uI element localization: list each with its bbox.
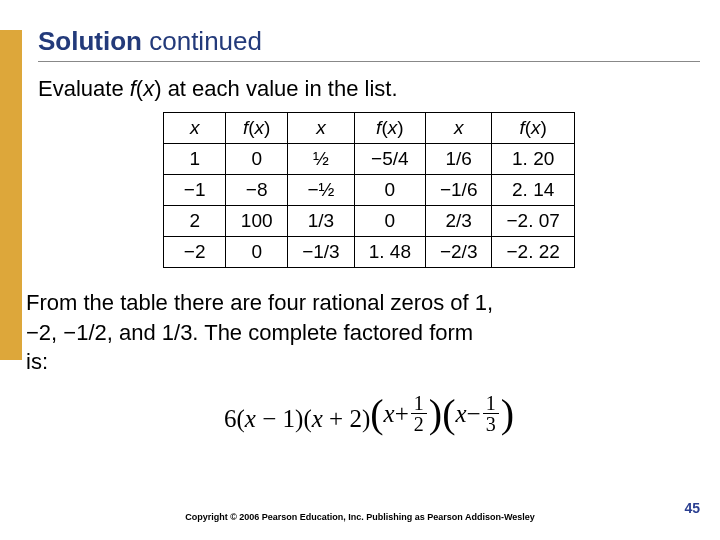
cell: −1: [164, 175, 226, 206]
formula-lead: 6: [224, 405, 237, 432]
left-accent-bar: [0, 30, 22, 360]
table-header-row: x f(x) x f(x) x f(x): [164, 113, 575, 144]
cell: −8: [226, 175, 288, 206]
table-row: −2 0 −1/3 1. 48 −2/3 −2. 22: [164, 237, 575, 268]
instruction-text: Evaluate f(x) at each value in the list.: [38, 76, 700, 102]
cell: −1/6: [425, 175, 492, 206]
cell: −1/3: [288, 237, 355, 268]
col-header: f(x): [354, 113, 425, 144]
col-header: x: [288, 113, 355, 144]
table-row: 2 100 1/3 0 2/3 −2. 07: [164, 206, 575, 237]
conclusion-text: From the table there are four rational z…: [26, 288, 700, 377]
cell: 1/3: [288, 206, 355, 237]
col-header: f(x): [492, 113, 574, 144]
formula-g1: (x − 1): [237, 405, 304, 432]
cell: −2. 07: [492, 206, 574, 237]
conc-l1: From the table there are four rational z…: [26, 290, 493, 315]
col-header: x: [164, 113, 226, 144]
factored-form-formula: 6(x − 1)(x + 2)(x + 12)(x − 13): [38, 393, 700, 434]
slide-title: Solution continued: [38, 26, 700, 57]
instr-post: at each value in the list.: [162, 76, 398, 101]
cell: 1: [164, 144, 226, 175]
values-table: x f(x) x f(x) x f(x) 1 0 ½ −5/4 1/6 1. 2…: [163, 112, 575, 268]
cell: −2/3: [425, 237, 492, 268]
cell: 2: [164, 206, 226, 237]
cell: −2. 22: [492, 237, 574, 268]
cell: 0: [226, 237, 288, 268]
cell: 1. 20: [492, 144, 574, 175]
instr-pc: ): [154, 76, 161, 101]
conc-l2: −2, −1/2, and 1/3. The complete factored…: [26, 320, 473, 345]
table-row: 1 0 ½ −5/4 1/6 1. 20: [164, 144, 575, 175]
cell: ½: [288, 144, 355, 175]
title-divider: [38, 61, 700, 62]
instr-pre: Evaluate: [38, 76, 130, 101]
cell: 2/3: [425, 206, 492, 237]
table-row: −1 −8 −½ 0 −1/6 2. 14: [164, 175, 575, 206]
col-header: x: [425, 113, 492, 144]
title-strong: Solution: [38, 26, 142, 56]
cell: 100: [226, 206, 288, 237]
cell: 0: [354, 175, 425, 206]
slide-number: 45: [684, 500, 700, 516]
cell: −½: [288, 175, 355, 206]
cell: 0: [354, 206, 425, 237]
formula-g2: (x + 2): [303, 405, 370, 432]
cell: −2: [164, 237, 226, 268]
cell: 0: [226, 144, 288, 175]
formula-g3: (x + 12): [370, 393, 442, 434]
instr-x: x: [143, 76, 154, 101]
slide-content: Solution continued Evaluate f(x) at each…: [38, 26, 700, 434]
col-header: f(x): [226, 113, 288, 144]
formula-g4: (x − 13): [442, 393, 514, 434]
cell: 2. 14: [492, 175, 574, 206]
cell: −5/4: [354, 144, 425, 175]
cell: 1. 48: [354, 237, 425, 268]
cell: 1/6: [425, 144, 492, 175]
copyright-text: Copyright © 2006 Pearson Education, Inc.…: [0, 512, 720, 522]
title-rest: continued: [142, 26, 262, 56]
conc-l3: is:: [26, 349, 48, 374]
